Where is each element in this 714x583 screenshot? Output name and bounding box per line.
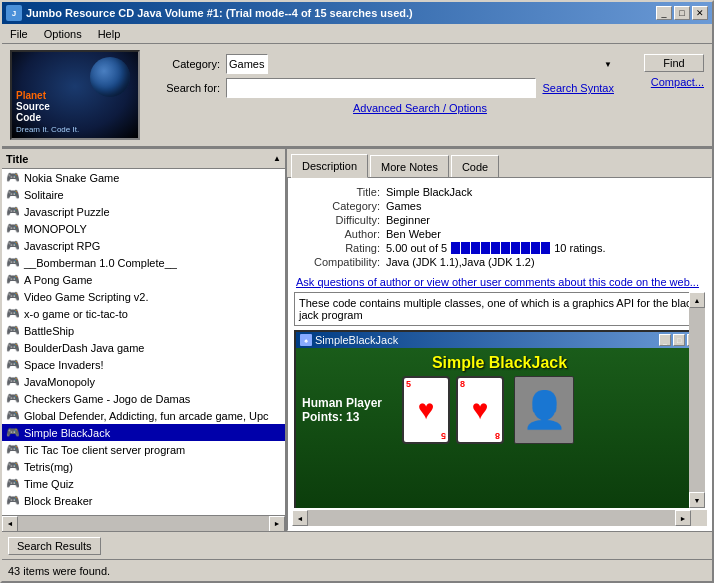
- list-item[interactable]: 🎮 JavaMonopoly: [2, 373, 285, 390]
- desc-text-box: These code contains multiple classes, on…: [294, 292, 705, 326]
- preview-title-bar: ♠ SimpleBlackJack _ □ ✕: [296, 332, 703, 348]
- item-icon: 🎮: [6, 290, 20, 304]
- list-scroll-up[interactable]: ▲: [273, 154, 281, 163]
- search-input[interactable]: [226, 78, 536, 98]
- card2-top-left: 8: [460, 379, 465, 389]
- vscroll-track[interactable]: [689, 308, 705, 492]
- rating-cell-8: [521, 242, 530, 254]
- list-item[interactable]: 🎮 Block Breaker: [2, 492, 285, 509]
- item-label: Space Invaders!: [24, 359, 104, 371]
- category-value: Games: [386, 200, 421, 212]
- list-item[interactable]: 🎮 Javascript Puzzle: [2, 203, 285, 220]
- game-content: Human Player Points: 13 5: [302, 376, 697, 444]
- list-item[interactable]: 🎮 Global Defender, Addicting, fun arcade…: [2, 407, 285, 424]
- comment-link[interactable]: Ask questions of author or view other us…: [296, 274, 703, 290]
- category-label: Category:: [296, 200, 386, 212]
- logo-line3: Code: [16, 112, 41, 123]
- preview-vscroll[interactable]: ▲ ▼: [689, 292, 705, 508]
- item-label: Tic Tac Toe client server program: [24, 444, 185, 456]
- bottom-hscroll-track[interactable]: [308, 510, 675, 526]
- list-item-selected[interactable]: 🎮 Simple BlackJack: [2, 424, 285, 441]
- menu-file[interactable]: File: [6, 27, 32, 41]
- tab-description[interactable]: Description: [291, 154, 368, 178]
- bottom-status: 43 items were found.: [2, 559, 712, 581]
- category-label: Category:: [150, 58, 220, 70]
- list-item[interactable]: 🎮 MONOPOLY: [2, 220, 285, 237]
- item-label: Time Quiz: [24, 478, 74, 490]
- item-label: Block Breaker: [24, 495, 92, 507]
- preview-window-title: SimpleBlackJack: [315, 334, 398, 346]
- hscroll-left[interactable]: ◄: [2, 516, 18, 532]
- list-item[interactable]: 🎮 Time Quiz: [2, 475, 285, 492]
- menu-options[interactable]: Options: [40, 27, 86, 41]
- find-button[interactable]: Find: [644, 54, 704, 72]
- item-label: Tetris(mg): [24, 461, 73, 473]
- hscroll-track[interactable]: [18, 516, 269, 531]
- item-icon: 🎮: [6, 205, 20, 219]
- item-label: BoulderDash Java game: [24, 342, 144, 354]
- item-label: MONOPOLY: [24, 223, 87, 235]
- item-label-selected: Simple BlackJack: [24, 427, 110, 439]
- item-icon: 🎮: [6, 494, 20, 508]
- item-label: A Pong Game: [24, 274, 93, 286]
- list-item[interactable]: 🎮 __Bomberman 1.0 Complete__: [2, 254, 285, 271]
- rating-cell-3: [471, 242, 480, 254]
- list-item[interactable]: 🎮 BattleShip: [2, 322, 285, 339]
- list-item[interactable]: 🎮 Nokia Snake Game: [2, 169, 285, 186]
- left-panel: Title ▲ 🎮 Nokia Snake Game 🎮 Solitaire 🎮…: [2, 149, 287, 531]
- rating-cell-10: [541, 242, 550, 254]
- item-icon: 🎮: [6, 392, 20, 406]
- card-2: 8 ♥ 8: [456, 376, 504, 444]
- list-item[interactable]: 🎮 Checkers Game - Jogo de Damas: [2, 390, 285, 407]
- maximize-button[interactable]: □: [674, 6, 690, 20]
- list-item[interactable]: 🎮 Tic Tac Toe client server program: [2, 441, 285, 458]
- category-select[interactable]: Games: [226, 54, 268, 74]
- card1-suit: ♥: [418, 396, 435, 424]
- item-label: Checkers Game - Jogo de Damas: [24, 393, 190, 405]
- tab-more-notes[interactable]: More Notes: [370, 155, 449, 177]
- preview-minimize[interactable]: _: [659, 334, 671, 346]
- close-button[interactable]: ✕: [692, 6, 708, 20]
- search-results-button[interactable]: Search Results: [8, 537, 101, 555]
- desc-text: These code contains multiple classes, on…: [299, 297, 697, 321]
- advanced-search-link[interactable]: Advanced Search / Options: [353, 102, 487, 114]
- rating-cell-4: [481, 242, 490, 254]
- app-window: J Jumbo Resource CD Java Volume #1: (Tri…: [0, 0, 714, 583]
- vscroll-up[interactable]: ▲: [689, 292, 705, 308]
- desc-fields: Title: Simple BlackJack Category: Games …: [292, 182, 707, 274]
- card2-suit: ♥: [472, 396, 489, 424]
- preview-maximize[interactable]: □: [673, 334, 685, 346]
- item-label: Global Defender, Addicting, fun arcade g…: [24, 410, 269, 422]
- list-item[interactable]: 🎮 Solitaire: [2, 186, 285, 203]
- hscroll-right[interactable]: ►: [269, 516, 285, 532]
- bottom-hscroll-right[interactable]: ►: [675, 510, 691, 526]
- title-label: Title:: [296, 186, 386, 198]
- item-label: __Bomberman 1.0 Complete__: [24, 257, 177, 269]
- compact-link[interactable]: Compact...: [651, 76, 704, 88]
- bottom-hscroll-left[interactable]: ◄: [292, 510, 308, 526]
- list-scroll-area[interactable]: 🎮 Nokia Snake Game 🎮 Solitaire 🎮 Javascr…: [2, 169, 285, 515]
- category-dropdown-arrow: ▼: [604, 60, 612, 69]
- title-bar: J Jumbo Resource CD Java Volume #1: (Tri…: [2, 2, 712, 24]
- list-item[interactable]: 🎮 x-o game or tic-tac-to: [2, 305, 285, 322]
- list-item[interactable]: 🎮 Javascript RPG: [2, 237, 285, 254]
- list-item[interactable]: 🎮 Space Invaders!: [2, 356, 285, 373]
- right-panel: Description More Notes Code Title: Simpl…: [287, 149, 712, 531]
- rating-bar: [451, 242, 550, 254]
- menu-help[interactable]: Help: [94, 27, 125, 41]
- item-icon: 🎮: [6, 273, 20, 287]
- vscroll-down[interactable]: ▼: [689, 492, 705, 508]
- search-syntax-link[interactable]: Search Syntax: [542, 82, 614, 94]
- list-item[interactable]: 🎮 BoulderDash Java game: [2, 339, 285, 356]
- game-title: Simple BlackJack: [432, 354, 567, 372]
- list-item[interactable]: 🎮 Video Game Scripting v2.: [2, 288, 285, 305]
- list-item[interactable]: 🎮 A Pong Game: [2, 271, 285, 288]
- logo-line2: Source: [16, 101, 50, 112]
- minimize-button[interactable]: _: [656, 6, 672, 20]
- tab-code[interactable]: Code: [451, 155, 499, 177]
- item-icon: 🎮: [6, 375, 20, 389]
- title-value: Simple BlackJack: [386, 186, 472, 198]
- list-item[interactable]: 🎮 Tetris(mg): [2, 458, 285, 475]
- window-controls: _ □ ✕: [656, 6, 708, 20]
- game-area: Simple BlackJack Human Player Points: 13: [296, 348, 703, 508]
